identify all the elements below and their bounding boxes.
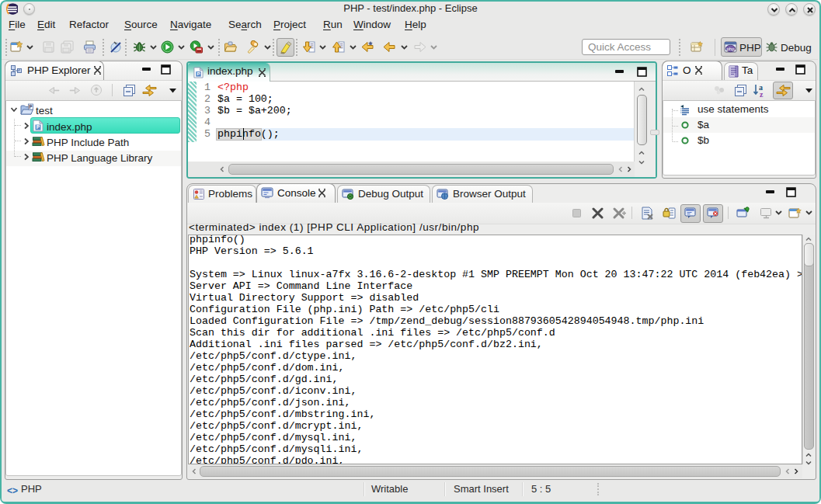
svg-text:P: P xyxy=(29,104,33,109)
svg-text:P: P xyxy=(197,71,200,76)
svg-text:P: P xyxy=(37,124,40,130)
svg-text:z: z xyxy=(760,90,764,98)
